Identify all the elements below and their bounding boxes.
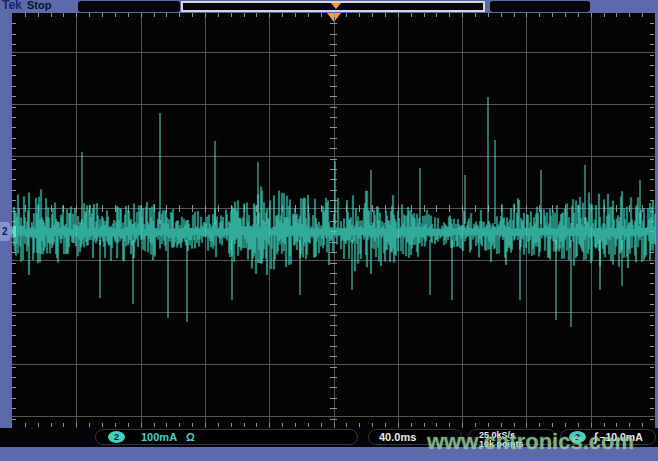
graticule-line: [462, 13, 463, 428]
graticule-tick: [330, 96, 337, 97]
graticule-tick: [12, 263, 16, 264]
graticule-tick: [218, 205, 219, 212]
graticule-tick: [514, 205, 515, 212]
graticule-tick: [650, 117, 654, 118]
graticule-line: [12, 156, 655, 157]
graticule-tick: [330, 65, 337, 66]
graticule-tick: [102, 205, 103, 212]
graticule-tick: [256, 13, 257, 17]
graticule-tick: [12, 346, 16, 347]
titlebar-readout-box: [490, 1, 590, 12]
graticule-tick: [141, 13, 142, 17]
graticule-tick: [449, 13, 450, 17]
channel-2-scale: 100mA: [141, 431, 177, 443]
graticule-tick: [12, 190, 16, 191]
graticule-tick: [488, 423, 489, 427]
graticule-tick: [12, 159, 16, 160]
graticule-tick: [330, 159, 337, 160]
graticule-tick: [330, 273, 337, 274]
graticule-tick: [650, 159, 654, 160]
graticule-tick: [89, 423, 90, 427]
graticule-tick: [25, 205, 26, 212]
graticule-tick: [330, 34, 337, 35]
graticule-tick: [308, 205, 309, 212]
graticule-tick: [330, 231, 337, 232]
watermark: www.cntronics.com: [427, 429, 634, 455]
graticule-tick: [12, 34, 16, 35]
tek-logo: Tek: [2, 0, 22, 12]
graticule-tick: [179, 13, 180, 17]
graticule-tick: [321, 205, 322, 212]
graticule-tick: [565, 423, 566, 427]
graticule-tick: [269, 423, 270, 427]
graticule-tick: [334, 423, 335, 427]
graticule-tick: [591, 205, 592, 212]
graticule-tick: [475, 205, 476, 212]
graticule-tick: [295, 13, 296, 17]
graticule-tick: [89, 205, 90, 212]
graticule-tick: [295, 423, 296, 427]
graticule-tick: [38, 13, 39, 17]
graticule-tick: [650, 419, 654, 420]
graticule-tick: [218, 13, 219, 17]
graticule-tick: [629, 205, 630, 212]
graticule-tick: [12, 367, 16, 368]
graticule-tick: [12, 283, 16, 284]
graticule-line: [526, 13, 527, 428]
graticule-line: [12, 260, 655, 261]
graticule-tick: [330, 44, 337, 45]
graticule-tick: [372, 423, 373, 427]
graticule-tick: [12, 304, 16, 305]
graticule-tick: [192, 13, 193, 17]
graticule-tick: [192, 205, 193, 212]
graticule-tick: [650, 294, 654, 295]
graticule-tick: [330, 325, 337, 326]
graticule-tick: [63, 13, 64, 17]
graticule-tick: [650, 138, 654, 139]
graticule-tick: [526, 205, 527, 212]
graticule-tick: [526, 423, 527, 427]
graticule-tick: [12, 294, 16, 295]
graticule-tick: [330, 419, 337, 420]
graticule-tick: [578, 423, 579, 427]
graticule-tick: [650, 34, 654, 35]
graticule-tick: [12, 179, 16, 180]
graticule-tick: [12, 325, 16, 326]
graticule-tick: [650, 377, 654, 378]
graticule-tick: [12, 44, 16, 45]
graticule-tick: [154, 423, 155, 427]
graticule-tick: [650, 242, 654, 243]
graticule-tick: [565, 205, 566, 212]
graticule-tick: [76, 423, 77, 427]
graticule-tick: [12, 117, 16, 118]
graticule-tick: [89, 13, 90, 17]
graticule-tick: [462, 423, 463, 427]
graticule-tick: [650, 315, 654, 316]
graticule-tick: [330, 190, 337, 191]
graticule-tick: [650, 356, 654, 357]
graticule-tick: [269, 13, 270, 17]
record-view-bar[interactable]: [181, 1, 485, 12]
graticule-tick: [330, 242, 337, 243]
graticule-tick: [154, 205, 155, 212]
graticule-tick: [372, 13, 373, 17]
graticule-tick: [330, 55, 337, 56]
trigger-status-box: [78, 1, 180, 12]
channel-2-readout[interactable]: 2 100mA Ω: [95, 429, 358, 445]
channel-2-marker-label: 2: [2, 226, 8, 237]
graticule-tick: [244, 423, 245, 427]
graticule-tick: [650, 96, 654, 97]
graticule-tick: [12, 242, 16, 243]
graticule-tick: [166, 13, 167, 17]
graticule-tick: [411, 423, 412, 427]
graticule-tick: [179, 205, 180, 212]
graticule-tick: [650, 263, 654, 264]
graticule-tick: [650, 107, 654, 108]
graticule-tick: [642, 13, 643, 17]
graticule-tick: [591, 13, 592, 17]
graticule-tick: [330, 315, 337, 316]
graticule-tick: [12, 419, 16, 420]
graticule-tick: [244, 13, 245, 17]
graticule-tick: [650, 408, 654, 409]
graticule-tick: [51, 423, 52, 427]
